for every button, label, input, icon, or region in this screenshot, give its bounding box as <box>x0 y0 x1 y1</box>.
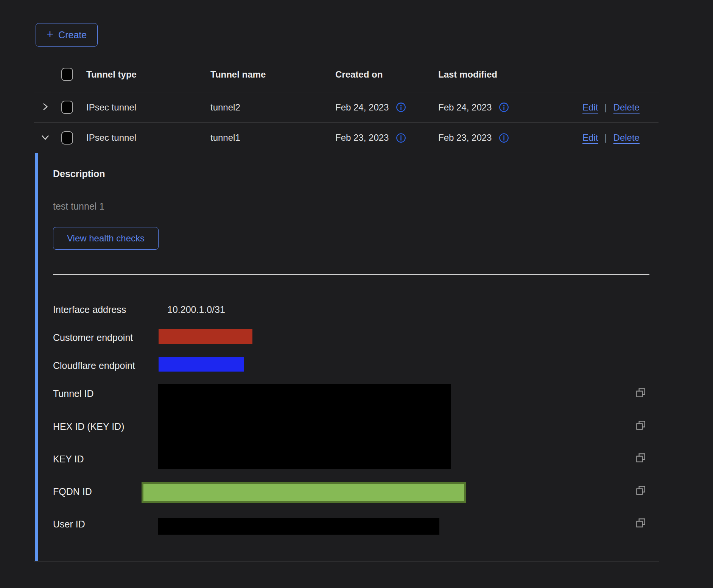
info-icon[interactable] <box>396 133 406 143</box>
column-header-tunnel-name: Tunnel name <box>210 69 266 80</box>
info-icon[interactable] <box>499 133 509 143</box>
description-label: Description <box>53 168 105 179</box>
tunnel-type-value: IPsec tunnel <box>86 102 136 113</box>
expand-row-button[interactable] <box>39 100 51 114</box>
copy-icon <box>635 492 646 497</box>
info-icon[interactable] <box>396 102 406 112</box>
table-row: IPsec tunnel tunnel1 Feb 23, 2023 Feb 23… <box>34 123 659 153</box>
description-value: test tunnel 1 <box>53 201 104 212</box>
customer-endpoint-redacted-value <box>159 329 252 344</box>
tunnel-id-label: Tunnel ID <box>53 388 93 399</box>
created-on-value: Feb 24, 2023 <box>335 102 389 113</box>
copy-icon <box>635 459 646 465</box>
copy-icon <box>635 524 646 530</box>
fqdn-id-redacted-value <box>142 482 466 503</box>
copy-fqdn-id-button[interactable] <box>635 485 646 496</box>
interface-address-value: 10.200.1.0/31 <box>167 304 225 315</box>
copy-tunnel-id-button[interactable] <box>635 387 646 398</box>
table-header-row: Tunnel type Tunnel name Created on Last … <box>34 57 659 92</box>
tunnel-name-value: tunnel2 <box>210 102 240 113</box>
delete-link[interactable]: Delete <box>613 132 640 143</box>
edit-link[interactable]: Edit <box>582 102 598 113</box>
tunnel-name-value: tunnel1 <box>210 132 240 143</box>
view-health-checks-button[interactable]: View health checks <box>53 227 159 250</box>
copy-key-id-button[interactable] <box>635 452 646 464</box>
column-header-created-on: Created on <box>335 69 383 80</box>
hex-id-label: HEX ID (KEY ID) <box>53 421 124 432</box>
tunnel-detail-panel: Description test tunnel 1 View health ch… <box>35 153 659 561</box>
copy-hex-id-button[interactable] <box>635 420 646 431</box>
delete-link[interactable]: Delete <box>613 102 640 113</box>
chevron-right-icon <box>40 102 50 113</box>
copy-user-id-button[interactable] <box>635 517 646 529</box>
created-on-value: Feb 23, 2023 <box>335 132 389 143</box>
create-button-label: Create <box>58 30 87 40</box>
user-id-label: User ID <box>53 518 85 530</box>
cloudflare-endpoint-label: Cloudflare endpoint <box>53 360 135 371</box>
edit-link[interactable]: Edit <box>582 132 598 143</box>
row-checkbox[interactable] <box>61 131 73 145</box>
customer-endpoint-label: Customer endpoint <box>53 332 133 343</box>
row-checkbox[interactable] <box>61 101 73 114</box>
tunnel-type-value: IPsec tunnel <box>86 132 136 143</box>
action-separator: | <box>604 102 607 113</box>
ids-redacted-value <box>158 384 451 469</box>
select-all-checkbox[interactable] <box>61 68 73 81</box>
panel-bottom-divider <box>34 561 659 562</box>
tunnels-page: + Create Tunnel type Tunnel name Created… <box>0 0 713 588</box>
view-health-checks-label: View health checks <box>67 233 145 244</box>
chevron-down-icon <box>40 132 50 143</box>
column-header-tunnel-type: Tunnel type <box>86 69 137 80</box>
last-modified-value: Feb 23, 2023 <box>438 132 492 143</box>
last-modified-value: Feb 24, 2023 <box>438 102 492 113</box>
collapse-row-button[interactable] <box>39 131 52 145</box>
copy-icon <box>635 394 646 400</box>
info-icon[interactable] <box>499 102 509 112</box>
panel-divider <box>53 274 649 275</box>
table-row: IPsec tunnel tunnel2 Feb 24, 2023 Feb 24… <box>34 92 659 123</box>
action-separator: | <box>604 132 607 143</box>
key-id-label: KEY ID <box>53 453 84 465</box>
cloudflare-endpoint-redacted-value <box>159 357 244 372</box>
tunnels-table: Tunnel type Tunnel name Created on Last … <box>34 57 659 153</box>
column-header-last-modified: Last modified <box>438 69 497 80</box>
plus-icon: + <box>47 28 53 40</box>
fqdn-id-label: FQDN ID <box>53 486 92 497</box>
copy-icon <box>635 426 646 432</box>
interface-address-label: Interface address <box>53 304 126 315</box>
user-id-redacted-value <box>158 518 439 535</box>
create-button[interactable]: + Create <box>36 23 98 47</box>
